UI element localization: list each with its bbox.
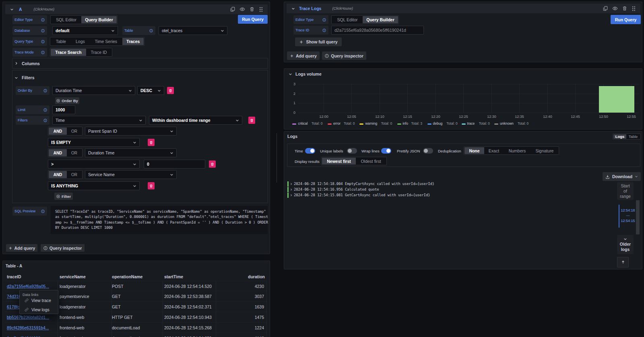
table-label: Table bbox=[122, 26, 155, 35]
log-nav: Startofrange 12:54:18—12:54:15 Olderlogs bbox=[614, 180, 642, 268]
trace-id-label: Trace ID bbox=[293, 26, 328, 35]
volume-legend: criticalTotal: 0 errorTotal: 0 warningTo… bbox=[284, 121, 642, 127]
editor-type-label: Editor Type bbox=[12, 15, 47, 24]
trace-mode-label: Trace Mode bbox=[12, 48, 47, 57]
andor-3[interactable]: AND OR bbox=[48, 170, 83, 179]
table-title: Table - A bbox=[6, 264, 22, 268]
rt-editor-type-group[interactable]: SQL Editor Query Builder bbox=[331, 15, 399, 24]
right-query-header: Trace Logs (ClickHouse) bbox=[287, 4, 640, 13]
logs-volume-chart: 3 2 1 0 12:00 12:05 12:10 12:15 12:20 12… bbox=[284, 69, 642, 129]
logs-table-switch[interactable]: Logs Table bbox=[613, 134, 641, 140]
database-select[interactable]: default bbox=[52, 26, 118, 35]
show-full-query[interactable]: Show full query bbox=[295, 37, 342, 46]
data-links-menu: Data links View trace View logs bbox=[19, 290, 58, 314]
filter-op-1[interactable]: Within dashboard time range bbox=[149, 116, 242, 125]
logs-title: Logs bbox=[287, 134, 297, 139]
table-select[interactable]: otel_traces bbox=[159, 26, 227, 35]
log-scrollbar bbox=[636, 200, 640, 234]
andor-2[interactable]: AND OR bbox=[48, 148, 83, 157]
order-by-dir[interactable]: DESC bbox=[137, 86, 164, 95]
filter-field-2[interactable]: Parent Span ID bbox=[85, 127, 177, 136]
logs-panel: Logs Logs Table Time Unique labels Wrap … bbox=[284, 131, 642, 269]
add-query-right[interactable]: Add query bbox=[287, 51, 320, 60]
limit-label: Limit bbox=[16, 105, 50, 114]
table-panel: Table - A traceID serviceName operationN… bbox=[2, 261, 270, 337]
andor-1[interactable]: AND OR bbox=[48, 127, 83, 136]
older-logs[interactable]: Olderlogs bbox=[617, 235, 634, 254]
order-by-delete[interactable] bbox=[167, 87, 174, 94]
filter-field-4[interactable]: Service Name bbox=[85, 170, 177, 179]
left-query-panel: A (ClickHouse) Editor Type SQL Editor Qu… bbox=[2, 2, 270, 254]
scroll-top[interactable] bbox=[617, 257, 629, 267]
run-query-left[interactable]: Run Query bbox=[238, 15, 268, 24]
row-5: 89cf4286e631591b4... frontend-web docume… bbox=[4, 323, 266, 333]
table-header: traceID serviceName operationName startT… bbox=[4, 274, 266, 281]
run-query-right[interactable]: Run Query bbox=[611, 15, 641, 24]
add-query-left[interactable]: Add query bbox=[6, 244, 37, 252]
filter-delete-3[interactable] bbox=[209, 160, 216, 168]
filter-delete-1[interactable] bbox=[248, 117, 255, 124]
right-query-panel: Trace Logs (ClickHouse) Editor Type SQL … bbox=[284, 2, 642, 62]
filter-field-3[interactable]: Duration Time bbox=[85, 148, 177, 157]
trace-mode-group[interactable]: Trace Search Trace ID bbox=[50, 48, 112, 57]
columns-section: Columns bbox=[12, 58, 268, 69]
filters-label: Filters bbox=[16, 116, 50, 125]
filter-field-1[interactable]: Time bbox=[52, 116, 146, 125]
database-label: Database bbox=[12, 26, 47, 35]
log-rows: 2024-06-28 12:54:18.004 EmptyCartAsync c… bbox=[287, 181, 609, 198]
pane-divider bbox=[277, 133, 277, 183]
order-by-label: Order By bbox=[16, 86, 50, 95]
query-type-group[interactable]: Table Logs Time Series Traces bbox=[50, 37, 144, 46]
rt-editor-type-label: Editor Type bbox=[293, 15, 328, 24]
volume-bar bbox=[599, 86, 634, 113]
filter-op-4[interactable]: IS ANYTHING bbox=[48, 181, 140, 190]
row-6: 9ca7acf84841288... frontend-web document… bbox=[4, 333, 266, 337]
query-inspector-left[interactable]: Query inspector bbox=[41, 244, 85, 252]
sql-preview-label: SQL Preview bbox=[12, 207, 47, 216]
limit-input[interactable]: 1000 bbox=[52, 105, 75, 114]
order-by-field[interactable]: Duration Time bbox=[52, 86, 135, 95]
query-inspector-right[interactable]: Query inspector bbox=[322, 51, 366, 60]
query-type-label: Query Type bbox=[12, 37, 47, 46]
logs-controls: Time Unique labels Wrap lines Prettify J… bbox=[287, 144, 640, 167]
filter-delete-2[interactable] bbox=[148, 139, 155, 146]
filter-op-2[interactable]: IS EMPTY bbox=[48, 138, 140, 147]
add-order-by[interactable]: Order By bbox=[55, 97, 79, 104]
filter-value-3[interactable]: 0 bbox=[144, 160, 205, 168]
editor-type-group[interactable]: SQL Editor Query Builder bbox=[50, 15, 118, 24]
sql-preview-code: SELECT "TraceId" as traceID, "ServiceNam… bbox=[51, 206, 268, 234]
filter-op-3[interactable]: > bbox=[48, 160, 140, 168]
left-query-header: A (ClickHouse) bbox=[5, 4, 268, 14]
logs-volume-panel: Logs volume 3 2 1 0 12:00 bbox=[284, 68, 642, 129]
add-filter[interactable]: Filter bbox=[54, 193, 73, 200]
filter-delete-4[interactable] bbox=[148, 182, 155, 189]
trace-id-input[interactable]: d2a7155ef6a928a05680e5ff6190241d bbox=[331, 26, 424, 35]
range-times: 12:54:18—12:54:15 bbox=[620, 208, 636, 224]
